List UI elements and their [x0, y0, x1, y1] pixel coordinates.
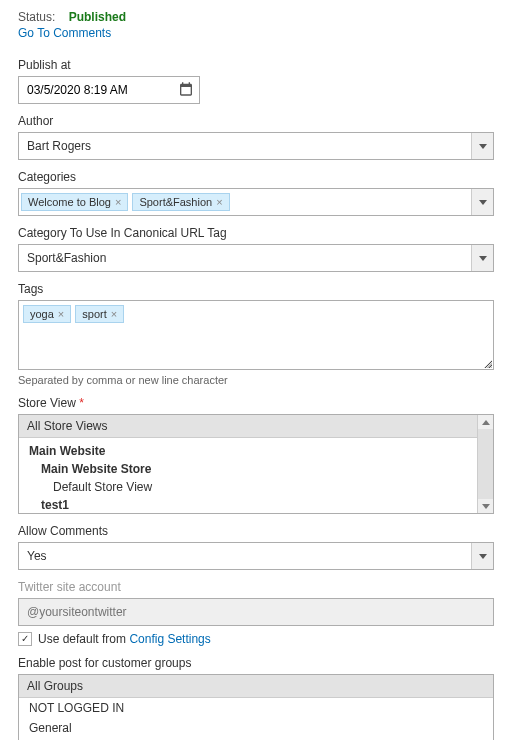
- tag-chip[interactable]: yoga ×: [23, 305, 71, 323]
- status-label: Status:: [18, 10, 55, 24]
- remove-icon[interactable]: ×: [115, 196, 121, 208]
- allow-comments-label: Allow Comments: [18, 524, 494, 538]
- twitter-label: Twitter site account: [18, 580, 494, 594]
- store-view-item[interactable]: test1: [19, 496, 493, 513]
- group-item[interactable]: General: [19, 718, 493, 738]
- use-default-prefix: Use default from: [38, 632, 129, 646]
- canonical-select[interactable]: Sport&Fashion: [18, 244, 494, 272]
- publish-at-label: Publish at: [18, 58, 494, 72]
- store-view-list[interactable]: Main Website Main Website Store Default …: [19, 438, 493, 513]
- config-settings-link[interactable]: Config Settings: [129, 632, 210, 646]
- tags-note: Separated by comma or new line character: [18, 374, 494, 386]
- scroll-track[interactable]: [478, 429, 493, 499]
- tag-chip[interactable]: sport ×: [75, 305, 124, 323]
- chevron-down-icon: [471, 133, 493, 159]
- category-chip[interactable]: Sport&Fashion ×: [132, 193, 229, 211]
- tag-chip-label: yoga: [30, 308, 54, 320]
- groups-label: Enable post for customer groups: [18, 656, 494, 670]
- groups-list[interactable]: NOT LOGGED IN General Wholesale Retailer: [19, 698, 493, 740]
- store-view-item[interactable]: Main Website: [19, 442, 493, 460]
- scroll-up-icon[interactable]: [478, 415, 493, 429]
- tags-input[interactable]: yoga × sport ×: [18, 300, 494, 370]
- store-view-item[interactable]: Default Store View: [19, 478, 493, 496]
- canonical-value: Sport&Fashion: [19, 251, 471, 265]
- store-view-label: Store View: [18, 396, 494, 410]
- category-chip[interactable]: Welcome to Blog ×: [21, 193, 128, 211]
- resize-handle-icon[interactable]: [482, 358, 492, 368]
- categories-label: Categories: [18, 170, 494, 184]
- store-view-select[interactable]: All Store Views Main Website Main Websit…: [18, 414, 494, 514]
- group-item[interactable]: NOT LOGGED IN: [19, 698, 493, 718]
- chevron-down-icon: [471, 543, 493, 569]
- checkbox-checked-icon[interactable]: ✓: [18, 632, 32, 646]
- chevron-down-icon: [471, 189, 493, 215]
- status-value: Published: [69, 10, 126, 24]
- publish-at-field[interactable]: [18, 76, 200, 104]
- store-view-item[interactable]: Main Website Store: [19, 460, 493, 478]
- scroll-down-icon[interactable]: [478, 499, 493, 513]
- author-select[interactable]: Bart Rogers: [18, 132, 494, 160]
- chevron-down-icon: [471, 245, 493, 271]
- category-chip-label: Sport&Fashion: [139, 196, 212, 208]
- tag-chip-label: sport: [82, 308, 106, 320]
- status-row: Status: Published: [18, 10, 494, 24]
- tags-label: Tags: [18, 282, 494, 296]
- go-to-comments-link[interactable]: Go To Comments: [18, 26, 111, 40]
- use-default-row[interactable]: ✓ Use default from Config Settings: [18, 632, 494, 646]
- store-view-selected[interactable]: All Store Views: [19, 415, 493, 438]
- canonical-label: Category To Use In Canonical URL Tag: [18, 226, 494, 240]
- remove-icon[interactable]: ×: [111, 308, 117, 320]
- remove-icon[interactable]: ×: [216, 196, 222, 208]
- allow-comments-select[interactable]: Yes: [18, 542, 494, 570]
- customer-groups-select[interactable]: All Groups NOT LOGGED IN General Wholesa…: [18, 674, 494, 740]
- scrollbar[interactable]: [477, 415, 493, 513]
- remove-icon[interactable]: ×: [58, 308, 64, 320]
- author-value: Bart Rogers: [19, 139, 471, 153]
- groups-selected[interactable]: All Groups: [19, 675, 493, 698]
- category-chip-label: Welcome to Blog: [28, 196, 111, 208]
- categories-select[interactable]: Welcome to Blog × Sport&Fashion ×: [18, 188, 494, 216]
- author-label: Author: [18, 114, 494, 128]
- twitter-input: [18, 598, 494, 626]
- use-default-text: Use default from Config Settings: [38, 632, 211, 646]
- publish-at-input[interactable]: [18, 76, 200, 104]
- allow-comments-value: Yes: [19, 549, 471, 563]
